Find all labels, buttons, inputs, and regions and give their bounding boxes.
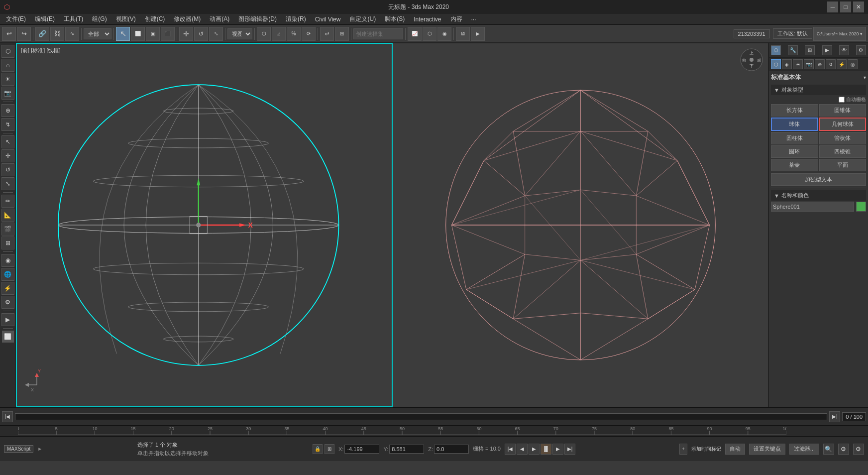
section-object-type[interactable]: ▼ 对象类型 xyxy=(771,85,866,95)
menu-tools[interactable]: 工具(T) xyxy=(60,14,87,24)
lt-measure-btn[interactable]: 📐 xyxy=(1,209,14,222)
selection-filter-icon[interactable]: ⊞ xyxy=(325,444,334,454)
menu-group[interactable]: 组(G) xyxy=(88,14,110,24)
snap-spinner-btn[interactable]: ⟳ xyxy=(302,27,316,41)
lt-paint-btn[interactable]: ✏ xyxy=(1,195,14,208)
auto-key-btn[interactable]: 自动 xyxy=(725,444,745,455)
auto-grid-checkbox[interactable] xyxy=(839,97,845,103)
rp-modify-icon[interactable]: 🔧 xyxy=(788,45,798,55)
curve-editor-btn[interactable]: 📈 xyxy=(408,27,422,41)
timeline-prev-btn[interactable]: |◀ xyxy=(2,411,13,422)
rp-warps-icon[interactable]: ↯ xyxy=(826,59,836,69)
lt-material-btn[interactable]: ◉ xyxy=(1,254,14,267)
obj-btn-pyramid[interactable]: 四棱锥 xyxy=(819,145,867,158)
select-rect-button[interactable]: ▣ xyxy=(146,27,160,41)
close-button[interactable]: ✕ xyxy=(853,1,864,12)
obj-btn-torus[interactable]: 圆环 xyxy=(771,145,818,158)
select-region-button[interactable]: ⬜ xyxy=(131,27,145,41)
render-btn[interactable]: ▶ xyxy=(471,27,485,41)
schematic-btn[interactable]: ⬡ xyxy=(423,27,436,41)
lt-scale-btn[interactable]: ⤡ xyxy=(1,177,14,190)
link-button[interactable]: 🔗 xyxy=(35,27,49,41)
pb-stop-btn[interactable]: ▐▌ xyxy=(541,444,551,455)
lt-expand-btn[interactable]: ▶ xyxy=(1,313,14,326)
extended-primitives-btn[interactable]: 加强型文本 xyxy=(771,173,866,186)
lt-shapes-btn[interactable]: ⌂ xyxy=(1,59,14,72)
menu-grapheditor[interactable]: 图形编辑器(D) xyxy=(234,14,281,24)
unlink-button[interactable]: ⛓ xyxy=(50,27,64,41)
settings-icon[interactable]: ⚙ xyxy=(838,444,849,455)
lt-snap-btn[interactable]: ⊞ xyxy=(1,237,14,249)
menu-content[interactable]: 内容 xyxy=(446,14,466,24)
obj-btn-geosphere[interactable]: 几何球体 xyxy=(819,118,867,131)
render-setup-btn[interactable]: 🖥 xyxy=(456,27,470,41)
obj-btn-cone[interactable]: 圆锥体 xyxy=(819,104,867,117)
obj-btn-plane[interactable]: 平面 xyxy=(819,159,867,171)
snap-angle-btn[interactable]: ⊿ xyxy=(272,27,286,41)
lt-prop-btn[interactable]: ⚙ xyxy=(1,296,14,309)
section-name-color[interactable]: ▼ 名称和颜色 xyxy=(771,190,866,201)
lt-select-btn[interactable]: ↖ xyxy=(1,135,14,148)
rp-geometry-icon[interactable]: ⬡ xyxy=(771,59,781,69)
rp-extra-icon[interactable]: ◎ xyxy=(848,59,858,69)
maximize-button[interactable]: □ xyxy=(840,1,851,12)
obj-btn-cylinder[interactable]: 圆柱体 xyxy=(771,132,818,144)
obj-btn-tube[interactable]: 管状体 xyxy=(819,132,867,144)
coord-z-input[interactable] xyxy=(434,445,469,454)
viewport-perspective[interactable]: 上 下 前 后 xyxy=(393,43,768,407)
lt-helpers-btn[interactable]: ⊕ xyxy=(1,104,14,117)
rp-shapes-icon[interactable]: ◈ xyxy=(782,59,792,69)
rp-systems-icon[interactable]: ⚡ xyxy=(837,59,847,69)
selection-set-input[interactable] xyxy=(353,28,403,39)
menu-interactive[interactable]: Interactive xyxy=(410,15,445,24)
lt-warps-btn[interactable]: ↯ xyxy=(1,118,14,131)
lt-move-btn[interactable]: ✛ xyxy=(1,149,14,162)
rotate-button[interactable]: ↺ xyxy=(194,27,208,41)
menu-civilview[interactable]: Civil View xyxy=(311,15,345,24)
reference-dropdown[interactable]: 视图 xyxy=(227,28,252,39)
select-paint-button[interactable]: ⬛ xyxy=(161,27,175,41)
bind-button[interactable]: ∿ xyxy=(65,27,79,41)
menu-file[interactable]: 文件(E) xyxy=(2,14,30,24)
lt-scene-btn[interactable]: 🎬 xyxy=(1,223,14,236)
pb-end-btn[interactable]: ▶| xyxy=(564,444,575,455)
snap-percent-btn[interactable]: % xyxy=(287,27,301,41)
rp-utilities-icon[interactable]: ⚙ xyxy=(856,45,866,55)
lt-env-btn[interactable]: 🌐 xyxy=(1,268,14,281)
rp-hierarchy-icon[interactable]: ⊞ xyxy=(805,45,815,55)
pb-start-btn[interactable]: |◀ xyxy=(505,444,516,455)
pb-next-btn[interactable]: ▶ xyxy=(552,444,563,455)
mini-listener-icon[interactable]: ► xyxy=(37,446,42,452)
menu-script[interactable]: 脚本(S) xyxy=(381,14,409,24)
lt-create-btn[interactable]: ⬡ xyxy=(1,45,14,58)
filter-btn[interactable]: 过滤器... xyxy=(789,444,819,455)
menu-more[interactable]: ··· xyxy=(467,15,480,24)
menu-modifier[interactable]: 修改器(M) xyxy=(170,14,205,24)
lt-viewport-layout-btn[interactable]: ⬜ xyxy=(2,331,14,343)
move-button[interactable]: ✛ xyxy=(179,27,193,41)
add-time-marker-btn[interactable]: + xyxy=(679,444,687,455)
search-icon[interactable]: 🔍 xyxy=(823,444,834,455)
user-account-label[interactable]: 213203391 xyxy=(734,29,770,38)
select-button[interactable]: ↖ xyxy=(116,27,130,41)
lt-cameras-btn[interactable]: 📷 xyxy=(1,87,14,100)
align-button[interactable]: ⊞ xyxy=(335,27,349,41)
rp-motion-icon[interactable]: ▶ xyxy=(822,45,832,55)
rp-display-icon[interactable]: 👁 xyxy=(839,45,849,55)
snap-toggle-btn[interactable]: ⬡ xyxy=(257,27,271,41)
minimize-button[interactable]: ─ xyxy=(827,1,838,12)
set-key-btn[interactable]: 设置关键点 xyxy=(749,444,785,455)
coord-x-input[interactable] xyxy=(344,445,379,454)
menu-render[interactable]: 渲染(R) xyxy=(282,14,310,24)
timeline-track[interactable] xyxy=(15,413,827,420)
pb-prev-btn[interactable]: ◀ xyxy=(517,444,528,455)
lt-lights-btn[interactable]: ☀ xyxy=(1,73,14,86)
coord-y-input[interactable] xyxy=(389,445,424,454)
mirror-button[interactable]: ⇄ xyxy=(320,27,334,41)
rp-lights-icon[interactable]: ☀ xyxy=(793,59,803,69)
panel-title-arrow[interactable]: ▾ xyxy=(864,75,866,80)
timeline-next-btn[interactable]: ▶| xyxy=(829,411,840,422)
redo-button[interactable]: ↪ xyxy=(17,27,31,41)
selection-lock-icon[interactable]: 🔒 xyxy=(313,444,323,454)
lt-rotate-btn[interactable]: ↺ xyxy=(1,163,14,176)
